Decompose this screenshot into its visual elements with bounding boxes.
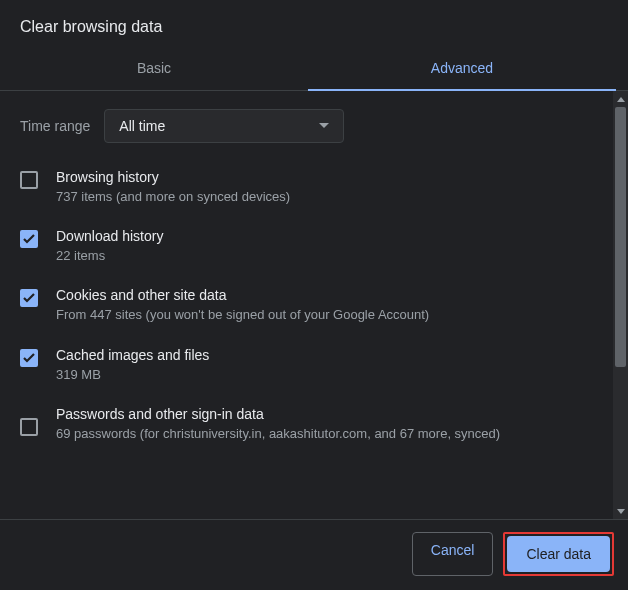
item-sub: 737 items (and more on synced devices) bbox=[56, 188, 593, 206]
list-item: Download history 22 items bbox=[20, 228, 593, 265]
time-range-row: Time range All time bbox=[20, 109, 593, 143]
list-item: Cookies and other site data From 447 sit… bbox=[20, 287, 593, 324]
item-title: Cached images and files bbox=[56, 347, 593, 363]
item-text: Passwords and other sign-in data 69 pass… bbox=[56, 406, 593, 443]
chevron-down-icon bbox=[319, 123, 329, 129]
list-item: Passwords and other sign-in data 69 pass… bbox=[20, 406, 593, 443]
tabs: Basic Advanced bbox=[0, 48, 628, 91]
scroll-area: Time range All time Browsing history 737… bbox=[0, 91, 613, 519]
checkbox-passwords[interactable] bbox=[20, 418, 38, 436]
checkbox-cookies[interactable] bbox=[20, 289, 38, 307]
dialog-body: Time range All time Browsing history 737… bbox=[0, 91, 628, 519]
time-range-label: Time range bbox=[20, 118, 90, 134]
tab-advanced[interactable]: Advanced bbox=[308, 48, 616, 90]
checkbox-browsing-history[interactable] bbox=[20, 171, 38, 189]
scroll-down-icon[interactable] bbox=[613, 503, 628, 519]
list-item: Browsing history 737 items (and more on … bbox=[20, 169, 593, 206]
item-text: Browsing history 737 items (and more on … bbox=[56, 169, 593, 206]
highlight-annotation: Clear data bbox=[503, 532, 614, 576]
checkbox-cached-images[interactable] bbox=[20, 349, 38, 367]
dialog-footer: Cancel Clear data bbox=[0, 519, 628, 590]
items-list: Browsing history 737 items (and more on … bbox=[20, 169, 593, 443]
item-title: Passwords and other sign-in data bbox=[56, 406, 593, 422]
dialog-title: Clear browsing data bbox=[0, 0, 628, 48]
item-sub: From 447 sites (you won't be signed out … bbox=[56, 306, 593, 324]
time-range-select[interactable]: All time bbox=[104, 109, 344, 143]
item-sub: 319 MB bbox=[56, 366, 593, 384]
item-title: Cookies and other site data bbox=[56, 287, 593, 303]
clear-browsing-data-dialog: Clear browsing data Basic Advanced Time … bbox=[0, 0, 628, 590]
item-title: Download history bbox=[56, 228, 593, 244]
scroll-up-icon[interactable] bbox=[613, 91, 628, 107]
list-item: Cached images and files 319 MB bbox=[20, 347, 593, 384]
item-sub: 69 passwords (for christuniversity.in, a… bbox=[56, 425, 593, 443]
checkbox-download-history[interactable] bbox=[20, 230, 38, 248]
item-text: Cached images and files 319 MB bbox=[56, 347, 593, 384]
item-text: Download history 22 items bbox=[56, 228, 593, 265]
clear-data-button[interactable]: Clear data bbox=[507, 536, 610, 572]
time-range-value: All time bbox=[119, 118, 165, 134]
tab-basic[interactable]: Basic bbox=[0, 48, 308, 90]
item-title: Browsing history bbox=[56, 169, 593, 185]
cancel-button[interactable]: Cancel bbox=[412, 532, 494, 576]
item-sub: 22 items bbox=[56, 247, 593, 265]
scrollbar-thumb[interactable] bbox=[615, 107, 626, 367]
item-text: Cookies and other site data From 447 sit… bbox=[56, 287, 593, 324]
scrollbar[interactable] bbox=[613, 91, 628, 519]
